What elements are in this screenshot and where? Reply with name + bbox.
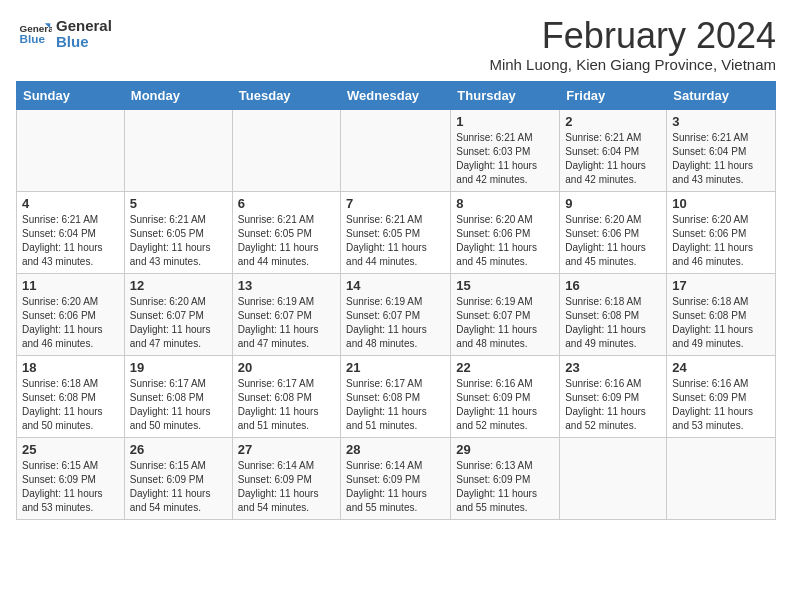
calendar-cell: 2Sunrise: 6:21 AM Sunset: 6:04 PM Daylig… bbox=[560, 109, 667, 191]
day-number: 25 bbox=[22, 442, 119, 457]
day-info: Sunrise: 6:18 AM Sunset: 6:08 PM Dayligh… bbox=[565, 295, 661, 351]
calendar-week-row: 25Sunrise: 6:15 AM Sunset: 6:09 PM Dayli… bbox=[17, 437, 776, 519]
header: General Blue General Blue February 2024 … bbox=[16, 16, 776, 73]
day-info: Sunrise: 6:16 AM Sunset: 6:09 PM Dayligh… bbox=[565, 377, 661, 433]
header-saturday: Saturday bbox=[667, 81, 776, 109]
calendar-cell: 13Sunrise: 6:19 AM Sunset: 6:07 PM Dayli… bbox=[232, 273, 340, 355]
calendar-cell: 27Sunrise: 6:14 AM Sunset: 6:09 PM Dayli… bbox=[232, 437, 340, 519]
calendar-cell: 20Sunrise: 6:17 AM Sunset: 6:08 PM Dayli… bbox=[232, 355, 340, 437]
day-number: 21 bbox=[346, 360, 445, 375]
day-number: 24 bbox=[672, 360, 770, 375]
day-info: Sunrise: 6:20 AM Sunset: 6:06 PM Dayligh… bbox=[22, 295, 119, 351]
logo-blue: Blue bbox=[56, 34, 112, 51]
header-wednesday: Wednesday bbox=[341, 81, 451, 109]
calendar-cell: 12Sunrise: 6:20 AM Sunset: 6:07 PM Dayli… bbox=[124, 273, 232, 355]
day-number: 28 bbox=[346, 442, 445, 457]
day-number: 11 bbox=[22, 278, 119, 293]
day-number: 29 bbox=[456, 442, 554, 457]
day-info: Sunrise: 6:21 AM Sunset: 6:04 PM Dayligh… bbox=[22, 213, 119, 269]
header-thursday: Thursday bbox=[451, 81, 560, 109]
calendar-cell: 19Sunrise: 6:17 AM Sunset: 6:08 PM Dayli… bbox=[124, 355, 232, 437]
calendar-cell: 25Sunrise: 6:15 AM Sunset: 6:09 PM Dayli… bbox=[17, 437, 125, 519]
header-sunday: Sunday bbox=[17, 81, 125, 109]
day-number: 1 bbox=[456, 114, 554, 129]
calendar-cell: 24Sunrise: 6:16 AM Sunset: 6:09 PM Dayli… bbox=[667, 355, 776, 437]
calendar-cell: 5Sunrise: 6:21 AM Sunset: 6:05 PM Daylig… bbox=[124, 191, 232, 273]
header-tuesday: Tuesday bbox=[232, 81, 340, 109]
calendar-cell bbox=[232, 109, 340, 191]
calendar-subtitle: Minh Luong, Kien Giang Province, Vietnam bbox=[489, 56, 776, 73]
day-info: Sunrise: 6:20 AM Sunset: 6:06 PM Dayligh… bbox=[565, 213, 661, 269]
header-monday: Monday bbox=[124, 81, 232, 109]
day-info: Sunrise: 6:21 AM Sunset: 6:05 PM Dayligh… bbox=[130, 213, 227, 269]
calendar-cell: 18Sunrise: 6:18 AM Sunset: 6:08 PM Dayli… bbox=[17, 355, 125, 437]
calendar-cell: 17Sunrise: 6:18 AM Sunset: 6:08 PM Dayli… bbox=[667, 273, 776, 355]
title-area: February 2024 Minh Luong, Kien Giang Pro… bbox=[489, 16, 776, 73]
calendar-cell bbox=[667, 437, 776, 519]
calendar-cell: 16Sunrise: 6:18 AM Sunset: 6:08 PM Dayli… bbox=[560, 273, 667, 355]
day-info: Sunrise: 6:13 AM Sunset: 6:09 PM Dayligh… bbox=[456, 459, 554, 515]
day-number: 22 bbox=[456, 360, 554, 375]
day-number: 23 bbox=[565, 360, 661, 375]
day-info: Sunrise: 6:19 AM Sunset: 6:07 PM Dayligh… bbox=[456, 295, 554, 351]
calendar-week-row: 4Sunrise: 6:21 AM Sunset: 6:04 PM Daylig… bbox=[17, 191, 776, 273]
day-info: Sunrise: 6:21 AM Sunset: 6:04 PM Dayligh… bbox=[565, 131, 661, 187]
calendar-cell: 11Sunrise: 6:20 AM Sunset: 6:06 PM Dayli… bbox=[17, 273, 125, 355]
calendar-cell: 23Sunrise: 6:16 AM Sunset: 6:09 PM Dayli… bbox=[560, 355, 667, 437]
calendar-cell bbox=[17, 109, 125, 191]
calendar-cell bbox=[124, 109, 232, 191]
day-number: 16 bbox=[565, 278, 661, 293]
day-info: Sunrise: 6:20 AM Sunset: 6:07 PM Dayligh… bbox=[130, 295, 227, 351]
day-info: Sunrise: 6:21 AM Sunset: 6:05 PM Dayligh… bbox=[238, 213, 335, 269]
calendar-week-row: 1Sunrise: 6:21 AM Sunset: 6:03 PM Daylig… bbox=[17, 109, 776, 191]
calendar-cell: 1Sunrise: 6:21 AM Sunset: 6:03 PM Daylig… bbox=[451, 109, 560, 191]
day-number: 13 bbox=[238, 278, 335, 293]
calendar-cell bbox=[341, 109, 451, 191]
day-number: 26 bbox=[130, 442, 227, 457]
calendar-cell: 3Sunrise: 6:21 AM Sunset: 6:04 PM Daylig… bbox=[667, 109, 776, 191]
day-number: 14 bbox=[346, 278, 445, 293]
calendar-cell: 26Sunrise: 6:15 AM Sunset: 6:09 PM Dayli… bbox=[124, 437, 232, 519]
calendar-cell: 29Sunrise: 6:13 AM Sunset: 6:09 PM Dayli… bbox=[451, 437, 560, 519]
day-number: 19 bbox=[130, 360, 227, 375]
day-number: 10 bbox=[672, 196, 770, 211]
day-info: Sunrise: 6:15 AM Sunset: 6:09 PM Dayligh… bbox=[22, 459, 119, 515]
day-number: 9 bbox=[565, 196, 661, 211]
calendar-title: February 2024 bbox=[489, 16, 776, 56]
day-number: 2 bbox=[565, 114, 661, 129]
day-info: Sunrise: 6:17 AM Sunset: 6:08 PM Dayligh… bbox=[130, 377, 227, 433]
day-number: 20 bbox=[238, 360, 335, 375]
calendar-cell: 6Sunrise: 6:21 AM Sunset: 6:05 PM Daylig… bbox=[232, 191, 340, 273]
day-info: Sunrise: 6:21 AM Sunset: 6:04 PM Dayligh… bbox=[672, 131, 770, 187]
day-info: Sunrise: 6:16 AM Sunset: 6:09 PM Dayligh… bbox=[672, 377, 770, 433]
day-info: Sunrise: 6:21 AM Sunset: 6:03 PM Dayligh… bbox=[456, 131, 554, 187]
day-info: Sunrise: 6:19 AM Sunset: 6:07 PM Dayligh… bbox=[346, 295, 445, 351]
calendar-cell: 9Sunrise: 6:20 AM Sunset: 6:06 PM Daylig… bbox=[560, 191, 667, 273]
logo-general: General bbox=[56, 18, 112, 35]
day-info: Sunrise: 6:17 AM Sunset: 6:08 PM Dayligh… bbox=[346, 377, 445, 433]
calendar-cell: 22Sunrise: 6:16 AM Sunset: 6:09 PM Dayli… bbox=[451, 355, 560, 437]
calendar-week-row: 18Sunrise: 6:18 AM Sunset: 6:08 PM Dayli… bbox=[17, 355, 776, 437]
day-number: 17 bbox=[672, 278, 770, 293]
day-info: Sunrise: 6:14 AM Sunset: 6:09 PM Dayligh… bbox=[238, 459, 335, 515]
day-number: 8 bbox=[456, 196, 554, 211]
calendar-week-row: 11Sunrise: 6:20 AM Sunset: 6:06 PM Dayli… bbox=[17, 273, 776, 355]
day-info: Sunrise: 6:15 AM Sunset: 6:09 PM Dayligh… bbox=[130, 459, 227, 515]
calendar-cell: 7Sunrise: 6:21 AM Sunset: 6:05 PM Daylig… bbox=[341, 191, 451, 273]
day-info: Sunrise: 6:18 AM Sunset: 6:08 PM Dayligh… bbox=[672, 295, 770, 351]
logo: General Blue General Blue bbox=[16, 16, 112, 52]
day-info: Sunrise: 6:19 AM Sunset: 6:07 PM Dayligh… bbox=[238, 295, 335, 351]
day-number: 7 bbox=[346, 196, 445, 211]
day-info: Sunrise: 6:14 AM Sunset: 6:09 PM Dayligh… bbox=[346, 459, 445, 515]
logo-icon: General Blue bbox=[16, 16, 52, 52]
day-info: Sunrise: 6:17 AM Sunset: 6:08 PM Dayligh… bbox=[238, 377, 335, 433]
calendar-table: SundayMondayTuesdayWednesdayThursdayFrid… bbox=[16, 81, 776, 520]
day-info: Sunrise: 6:20 AM Sunset: 6:06 PM Dayligh… bbox=[672, 213, 770, 269]
day-info: Sunrise: 6:21 AM Sunset: 6:05 PM Dayligh… bbox=[346, 213, 445, 269]
svg-text:Blue: Blue bbox=[20, 32, 46, 45]
day-number: 6 bbox=[238, 196, 335, 211]
calendar-cell: 15Sunrise: 6:19 AM Sunset: 6:07 PM Dayli… bbox=[451, 273, 560, 355]
header-friday: Friday bbox=[560, 81, 667, 109]
day-number: 3 bbox=[672, 114, 770, 129]
calendar-header-row: SundayMondayTuesdayWednesdayThursdayFrid… bbox=[17, 81, 776, 109]
